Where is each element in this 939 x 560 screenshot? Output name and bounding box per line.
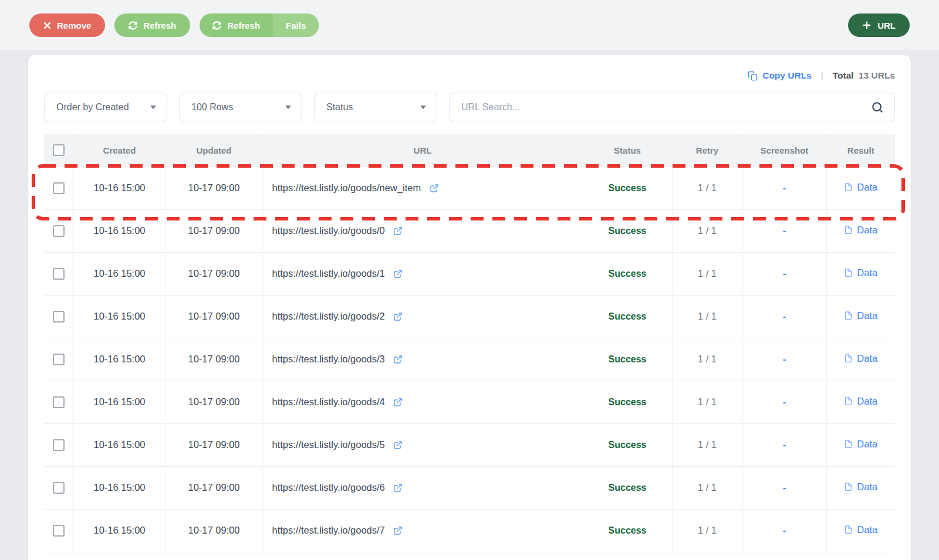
table-row: 10-16 15:00 10-17 09:00 https://test.lis… (44, 338, 895, 381)
result-label: Data (857, 524, 877, 535)
result-data-link[interactable]: Data (844, 524, 877, 535)
row-checkbox-cell (44, 338, 73, 381)
created-value: 10-16 15:00 (93, 268, 145, 279)
updated-value: 10-17 09:00 (188, 268, 239, 279)
rows-per-page-select[interactable]: 100 Rows (179, 93, 302, 121)
external-link-icon[interactable] (393, 526, 403, 535)
remove-button[interactable]: Remove (29, 13, 105, 37)
row-checkbox-cell (44, 509, 73, 552)
result-data-link[interactable]: Data (844, 439, 877, 450)
row-checkbox[interactable] (53, 268, 65, 280)
filter-row: Order by Created 100 Rows Status (44, 93, 895, 121)
url-search-input[interactable] (461, 102, 871, 113)
external-link-icon[interactable] (393, 226, 403, 236)
created-value: 10-16 15:00 (93, 525, 145, 535)
refresh-button-label: Refresh (143, 21, 176, 30)
retry-cell: 1 / 1 (672, 167, 742, 209)
updated-cell: 10-17 09:00 (165, 295, 262, 338)
row-checkbox[interactable] (53, 482, 65, 494)
result-data-link[interactable]: Data (844, 396, 877, 407)
row-checkbox-cell (44, 209, 73, 252)
screenshot-value: - (783, 225, 786, 236)
file-icon (844, 268, 853, 277)
url-text: https://test.listly.io/goods/1 (272, 268, 385, 279)
updated-cell: 10-17 09:00 (165, 209, 262, 252)
file-icon (844, 311, 853, 320)
result-data-link[interactable]: Data (844, 182, 877, 193)
row-checkbox-cell (44, 167, 73, 209)
external-link-icon[interactable] (393, 398, 403, 407)
external-link-icon[interactable] (393, 355, 403, 364)
row-checkbox[interactable] (53, 182, 65, 194)
result-data-link[interactable]: Data (844, 267, 877, 279)
status-label: Success (609, 440, 647, 450)
created-cell: 10-16 15:00 (73, 338, 165, 381)
refresh-button[interactable]: Refresh (114, 13, 190, 37)
url-cell: https://test.listly.io/goods/5 (262, 423, 583, 466)
header-screenshot: Screenshot (742, 134, 826, 167)
external-link-icon[interactable] (393, 312, 403, 321)
result-data-link[interactable]: Data (844, 481, 877, 493)
table-row: 10-16 15:00 10-17 09:00 https://test.lis… (44, 252, 895, 295)
table-row: 10-16 15:00 10-17 09:00 https://test.lis… (44, 295, 895, 338)
external-link-icon[interactable] (393, 483, 403, 493)
retry-value: 1 / 1 (698, 182, 717, 193)
updated-value: 10-17 09:00 (188, 396, 239, 407)
row-checkbox[interactable] (53, 354, 65, 365)
status-select[interactable]: Status (314, 93, 437, 121)
updated-cell: 10-17 09:00 (165, 423, 262, 466)
x-icon (43, 22, 51, 29)
created-cell: 10-16 15:00 (73, 381, 165, 423)
refresh-fails-fails-segment[interactable]: Fails (273, 13, 319, 37)
file-icon (844, 482, 853, 491)
result-cell: Data (826, 209, 895, 252)
result-data-link[interactable]: Data (844, 310, 877, 321)
result-cell: Data (826, 338, 895, 381)
search-icon[interactable] (871, 101, 884, 114)
order-by-select[interactable]: Order by Created (44, 93, 167, 121)
result-cell: Data (826, 252, 895, 295)
external-link-icon[interactable] (430, 184, 439, 193)
row-checkbox[interactable] (53, 396, 65, 408)
row-checkbox-cell (44, 423, 73, 466)
header-result: Result (826, 134, 895, 167)
external-link-icon[interactable] (393, 269, 403, 279)
screenshot-value: - (783, 396, 786, 407)
file-icon (844, 182, 853, 192)
url-text: https://test.listly.io/goods/3 (272, 354, 385, 364)
url-text: https://test.listly.io/goods/7 (272, 525, 385, 535)
url-text: https://test.listly.io/goods/new_item (272, 182, 421, 193)
rows-per-page-value: 100 Rows (191, 102, 233, 113)
retry-value: 1 / 1 (698, 396, 717, 407)
url-text: https://test.listly.io/goods/2 (272, 311, 385, 321)
result-data-link[interactable]: Data (844, 225, 877, 236)
created-cell: 10-16 15:00 (73, 466, 165, 509)
updated-value: 10-17 09:00 (188, 225, 239, 236)
row-checkbox[interactable] (53, 225, 65, 237)
screenshot-cell: - (742, 338, 826, 381)
result-label: Data (857, 182, 877, 193)
row-checkbox[interactable] (53, 311, 65, 323)
row-checkbox[interactable] (53, 525, 65, 537)
file-icon (844, 439, 853, 449)
order-by-value: Order by Created (56, 102, 129, 113)
refresh-icon (129, 21, 137, 30)
copy-urls-button[interactable]: Copy URLs (748, 70, 812, 81)
select-all-checkbox[interactable] (53, 144, 65, 156)
add-url-button[interactable]: URL (848, 13, 910, 37)
row-checkbox[interactable] (53, 439, 65, 451)
refresh-fails-refresh-segment[interactable]: Refresh (200, 13, 273, 37)
url-cell: https://test.listly.io/goods/new_item (262, 167, 583, 209)
external-link-icon[interactable] (393, 440, 403, 450)
retry-value: 1 / 1 (698, 268, 717, 279)
created-cell: 10-16 15:00 (73, 423, 165, 466)
result-cell: Data (826, 167, 895, 209)
file-icon (844, 525, 853, 534)
result-data-link[interactable]: Data (844, 353, 877, 364)
url-text: https://test.listly.io/goods/4 (272, 396, 385, 407)
plus-icon (862, 21, 872, 30)
url-list-card: Copy URLs | Total 13 URLs Order by Creat… (28, 55, 911, 560)
result-label: Data (857, 225, 877, 236)
screenshot-value: - (783, 354, 786, 364)
table-row: 10-16 15:00 10-17 09:00 https://test.lis… (44, 167, 895, 209)
